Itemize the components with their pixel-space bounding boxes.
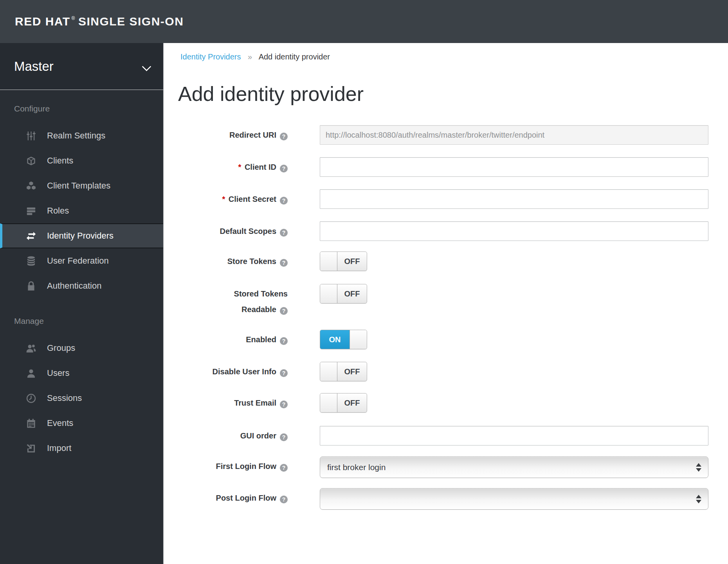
store-tokens-toggle-handle[interactable]	[320, 252, 337, 271]
client-id-input[interactable]	[320, 157, 708, 177]
sidebar-item-realm-settings[interactable]: Realm Settings	[0, 123, 163, 148]
help-icon[interactable]: ?	[280, 433, 288, 441]
trust-email-toggle-state: OFF	[337, 393, 367, 412]
help-icon[interactable]: ?	[280, 133, 288, 140]
enabled-control: ON	[320, 330, 708, 349]
disable-user-info-label: Disable User Info?	[165, 362, 288, 381]
enabled-toggle-state: ON	[320, 330, 350, 349]
enabled-toggle-handle[interactable]	[350, 330, 367, 349]
sidebar-item-label: Authentication	[47, 281, 101, 291]
redirect-uri-input[interactable]	[320, 125, 708, 145]
client-secret-label: * Client Secret?	[165, 189, 288, 209]
sidebar-item-import[interactable]: Import	[0, 436, 163, 461]
post-login-flow-label: Post Login Flow?	[165, 488, 288, 508]
sidebar-item-sessions[interactable]: Sessions	[0, 386, 163, 411]
trust-email-control: OFF	[320, 393, 708, 413]
first-login-flow-selected-value: first broker login	[327, 457, 386, 478]
brand-secondary: SINGLE SIGN-ON	[78, 15, 184, 28]
sidebar-item-label: Groups	[47, 343, 75, 353]
default-scopes-input[interactable]	[320, 221, 708, 241]
disable-user-info-control: OFF	[320, 362, 708, 381]
calendar-icon	[25, 417, 37, 429]
disable-user-info-toggle-handle[interactable]	[320, 362, 337, 381]
app-logo: RED HAT ® SINGLE SIGN-ON	[15, 0, 184, 43]
disable-user-info-toggle-state: OFF	[337, 362, 367, 381]
registered-trademark-icon: ®	[72, 16, 76, 21]
help-icon[interactable]: ?	[280, 464, 288, 472]
sidebar-item-roles[interactable]: Roles	[0, 198, 163, 223]
trust-email-toggle-handle[interactable]	[320, 393, 337, 412]
sidebar-item-label: Clients	[47, 156, 73, 166]
breadcrumb-separator: »	[243, 52, 257, 61]
realm-name: Master	[14, 59, 54, 74]
cube-icon	[25, 155, 37, 167]
main-content: Identity Providers » Add identity provid…	[165, 43, 728, 564]
stored-tokens-readable-control: OFF	[320, 284, 708, 304]
sidebar-item-clients[interactable]: Clients	[0, 148, 163, 173]
help-icon[interactable]: ?	[280, 259, 288, 267]
sidebar-item-events[interactable]: Events	[0, 411, 163, 436]
sidebar-item-label: Sessions	[47, 393, 82, 403]
help-icon[interactable]: ?	[280, 197, 288, 205]
exchange-arrows-icon	[25, 230, 37, 242]
stored-tokens-readable-toggle[interactable]: OFF	[320, 284, 367, 304]
enabled-label: Enabled?	[165, 330, 288, 349]
chevron-down-icon	[142, 62, 151, 71]
help-icon[interactable]: ?	[280, 401, 288, 408]
store-tokens-control: OFF	[320, 251, 708, 271]
trust-email-toggle[interactable]: OFF	[320, 393, 367, 413]
user-icon	[25, 367, 37, 379]
gui-order-control	[320, 426, 708, 445]
post-login-flow-select[interactable]	[320, 488, 708, 510]
default-scopes-label: Default Scopes?	[165, 221, 288, 241]
stored-tokens-readable-label: Stored TokensReadable?	[165, 284, 288, 317]
sidebar-item-user-federation[interactable]: User Federation	[0, 248, 163, 273]
stored-tokens-readable-toggle-handle[interactable]	[320, 284, 337, 303]
help-icon[interactable]: ?	[280, 307, 288, 315]
client-secret-input[interactable]	[320, 189, 708, 209]
sidebar-item-client-templates[interactable]: Client Templates	[0, 173, 163, 198]
first-login-flow-label: First Login Flow?	[165, 456, 288, 476]
breadcrumb-link-identity-providers[interactable]: Identity Providers	[180, 52, 241, 61]
help-icon[interactable]: ?	[280, 496, 288, 503]
sidebar: Master ConfigureRealm SettingsClientsCli…	[0, 43, 164, 564]
trust-email-label: Trust Email?	[165, 393, 288, 413]
help-icon[interactable]: ?	[280, 369, 288, 377]
client-id-label: * Client ID?	[165, 157, 288, 177]
store-tokens-label: Store Tokens?	[165, 251, 288, 271]
disable-user-info-toggle[interactable]: OFF	[320, 362, 367, 381]
enabled-toggle[interactable]: ON	[320, 330, 367, 349]
store-tokens-toggle[interactable]: OFF	[320, 251, 367, 271]
sidebar-item-label: User Federation	[47, 256, 109, 266]
nav-list-configure: Realm SettingsClientsClient TemplatesRol…	[0, 123, 163, 298]
first-login-flow-control: first broker login	[320, 456, 708, 478]
clock-icon	[25, 392, 37, 404]
sidebar-item-label: Identity Providers	[47, 231, 114, 241]
help-icon[interactable]: ?	[280, 229, 288, 237]
gui-order-input[interactable]	[320, 426, 708, 445]
client-secret-control	[320, 189, 708, 209]
redirect-uri-label: Redirect URI?	[165, 125, 288, 145]
sliders-icon	[25, 130, 37, 142]
sidebar-item-groups[interactable]: Groups	[0, 336, 163, 361]
sidebar-item-label: Events	[47, 418, 73, 428]
page-title: Add identity provider	[178, 82, 364, 106]
breadcrumb-current: Add identity provider	[259, 52, 330, 61]
sidebar-item-authentication[interactable]: Authentication	[0, 273, 163, 298]
help-icon[interactable]: ?	[280, 337, 288, 345]
cubes-icon	[25, 180, 37, 192]
select-arrows-icon	[696, 495, 701, 503]
stored-tokens-readable-toggle-state: OFF	[337, 284, 367, 303]
realm-selector[interactable]: Master	[0, 43, 163, 90]
first-login-flow-select[interactable]: first broker login	[320, 456, 708, 478]
sidebar-item-identity-providers[interactable]: Identity Providers	[0, 223, 163, 248]
store-tokens-toggle-state: OFF	[337, 252, 367, 271]
import-icon	[25, 442, 37, 454]
default-scopes-control	[320, 221, 708, 241]
gui-order-label: GUI order?	[165, 426, 288, 445]
sidebar-item-label: Import	[47, 443, 71, 453]
sidebar-item-users[interactable]: Users	[0, 361, 163, 386]
help-icon[interactable]: ?	[280, 165, 288, 172]
redirect-uri-control	[320, 125, 708, 145]
users-icon	[25, 342, 37, 354]
